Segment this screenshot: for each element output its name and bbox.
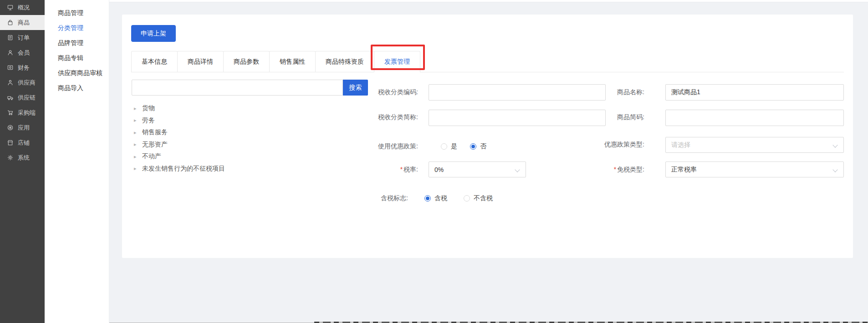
shop-icon [7, 139, 14, 146]
primary-sidebar: 概况 商品 订单 会员 财务 供应商 供应链 采购端 [0, 0, 45, 323]
tab-sales-attributes[interactable]: 销售属性 [269, 51, 316, 72]
tab-bar: 基本信息 商品详情 商品参数 销售属性 商品特殊资质 发票管理 [131, 51, 420, 72]
free-tax-type-select[interactable]: 正常税率 [665, 162, 844, 177]
finance-icon [7, 64, 14, 71]
product-code-label: 商品简码: [549, 113, 644, 121]
submenu-item-goods-management[interactable]: 商品管理 [45, 5, 109, 20]
tree-node-real-estate[interactable]: ▸ 不动产 [134, 151, 225, 163]
sidebar-item-label: 采购端 [18, 109, 36, 117]
sidebar-item-label: 概况 [18, 4, 30, 12]
sidebar-item-label: 财务 [18, 64, 30, 72]
free-tax-type-label: *免税类型: [549, 166, 644, 173]
supplier-icon [7, 79, 14, 86]
caret-right-icon[interactable]: ▸ [134, 154, 138, 160]
caret-right-icon[interactable]: ▸ [134, 166, 138, 172]
sidebar-item-label: 供应链 [18, 94, 36, 102]
tab-invoice-management[interactable]: 发票管理 [374, 51, 420, 72]
apps-icon [7, 124, 14, 131]
product-name-label: 商品名称: [549, 88, 644, 96]
radio-option-tax-included[interactable]: 含税 [424, 194, 447, 202]
sidebar-item-shops[interactable]: 店铺 [0, 135, 45, 150]
tree-node-intangible-assets[interactable]: ▸ 无形资产 [134, 139, 225, 151]
policy-type-label: 优惠政策类型: [549, 141, 644, 148]
submenu-item-goods-album[interactable]: 商品专辑 [45, 50, 109, 66]
product-name-input[interactable] [665, 84, 844, 101]
tax-abbr-label: 税收分类简称: [322, 113, 418, 121]
tab-label: 发票管理 [384, 58, 410, 66]
cart-icon [7, 109, 14, 116]
sidebar-item-label: 系统 [18, 154, 30, 162]
radio-unchecked-icon[interactable] [441, 143, 447, 150]
caret-right-icon[interactable]: ▸ [134, 130, 138, 136]
sidebar-item-overview[interactable]: 概况 [0, 0, 45, 15]
radio-option-no[interactable]: 否 [470, 142, 486, 151]
tree-node-sales-services[interactable]: ▸ 销售服务 [134, 126, 225, 139]
top-strip [109, 0, 868, 2]
tax-code-label: 税收分类编码: [322, 88, 418, 96]
submenu-item-goods-import[interactable]: 商品导入 [45, 81, 109, 96]
tax-included-radio-group: 含税 不含税 [424, 194, 493, 202]
tab-goods-params[interactable]: 商品参数 [223, 51, 270, 72]
sidebar-item-label: 应用 [18, 124, 30, 132]
use-policy-radio-group: 是 否 [441, 142, 486, 151]
submenu-item-supplier-goods-audit[interactable]: 供应商商品审核 [45, 66, 109, 81]
tree-node-non-taxable-items[interactable]: ▸ 未发生销售行为的不征税项目 [134, 163, 225, 175]
caret-right-icon[interactable]: ▸ [134, 141, 138, 147]
product-code-input[interactable] [665, 110, 844, 126]
gear-icon [7, 154, 14, 161]
sidebar-item-finance[interactable]: 财务 [0, 60, 45, 75]
bag-icon [7, 19, 14, 26]
sidebar-item-label: 供应商 [18, 79, 36, 87]
monitor-icon [7, 4, 14, 11]
supply-chain-icon [7, 94, 14, 101]
submenu-sidebar: 商品管理 分类管理 品牌管理 商品专辑 供应商商品审核 商品导入 [45, 0, 109, 323]
annotation-red-box [371, 45, 425, 70]
tree-node-labor[interactable]: ▸ 劳务 [134, 115, 225, 127]
chevron-down-icon [515, 167, 520, 172]
sidebar-item-suppliers[interactable]: 供应商 [0, 75, 45, 90]
chevron-down-icon [832, 142, 837, 147]
sidebar-item-system[interactable]: 系统 [0, 150, 45, 165]
tab-basic-info[interactable]: 基本信息 [131, 51, 178, 72]
tax-category-search-input[interactable] [132, 80, 343, 96]
sidebar-item-goods[interactable]: 商品 [0, 15, 45, 30]
tax-rate-select[interactable]: 0% [429, 162, 526, 177]
radio-option-yes[interactable]: 是 [441, 142, 457, 151]
radio-checked-icon[interactable] [470, 143, 476, 150]
radio-option-tax-excluded[interactable]: 不含税 [464, 194, 493, 202]
caret-right-icon[interactable]: ▸ [134, 106, 138, 111]
sidebar-item-label: 订单 [18, 34, 30, 42]
policy-type-select[interactable]: 请选择 [665, 137, 844, 153]
required-asterisk: * [400, 166, 403, 173]
tax-category-tree: ▸ 货物 ▸ 劳务 ▸ 销售服务 ▸ 无形资产 ▸ 不动产 ▸ 未发生销售行为的… [134, 102, 225, 175]
member-icon [7, 49, 14, 56]
required-asterisk: * [614, 166, 616, 173]
caret-right-icon[interactable]: ▸ [134, 117, 138, 123]
sidebar-item-label: 店铺 [18, 139, 30, 147]
tax-rate-label: *税率: [322, 166, 418, 173]
chevron-down-icon [832, 167, 837, 172]
tabs-bottom-border [131, 72, 844, 72]
sidebar-item-orders[interactable]: 订单 [0, 30, 45, 45]
tab-goods-detail[interactable]: 商品详情 [177, 51, 224, 72]
sidebar-item-label: 会员 [18, 49, 30, 57]
sidebar-item-supply-chain[interactable]: 供应链 [0, 90, 45, 105]
app-root: 概况 商品 订单 会员 财务 供应商 供应链 采购端 [0, 0, 868, 323]
apply-listing-button[interactable]: 申请上架 [131, 25, 176, 42]
radio-unchecked-icon[interactable] [464, 195, 470, 202]
tree-node-goods[interactable]: ▸ 货物 [134, 102, 225, 115]
content-card: 申请上架 基本信息 商品详情 商品参数 销售属性 商品特殊资质 发票管理 搜索 … [122, 15, 853, 258]
submenu-item-brand-management[interactable]: 品牌管理 [45, 35, 109, 50]
order-icon [7, 34, 14, 41]
sidebar-item-procurement[interactable]: 采购端 [0, 105, 45, 120]
radio-checked-icon[interactable] [424, 195, 431, 202]
tax-included-label: 含税标志: [312, 194, 408, 202]
sidebar-item-label: 商品 [18, 19, 30, 27]
sidebar-item-members[interactable]: 会员 [0, 45, 45, 60]
sidebar-item-apps[interactable]: 应用 [0, 120, 45, 135]
use-policy-label: 使用优惠政策: [322, 142, 418, 150]
submenu-item-category-management[interactable]: 分类管理 [45, 20, 109, 35]
tab-special-qualifications[interactable]: 商品特殊资质 [315, 51, 374, 72]
